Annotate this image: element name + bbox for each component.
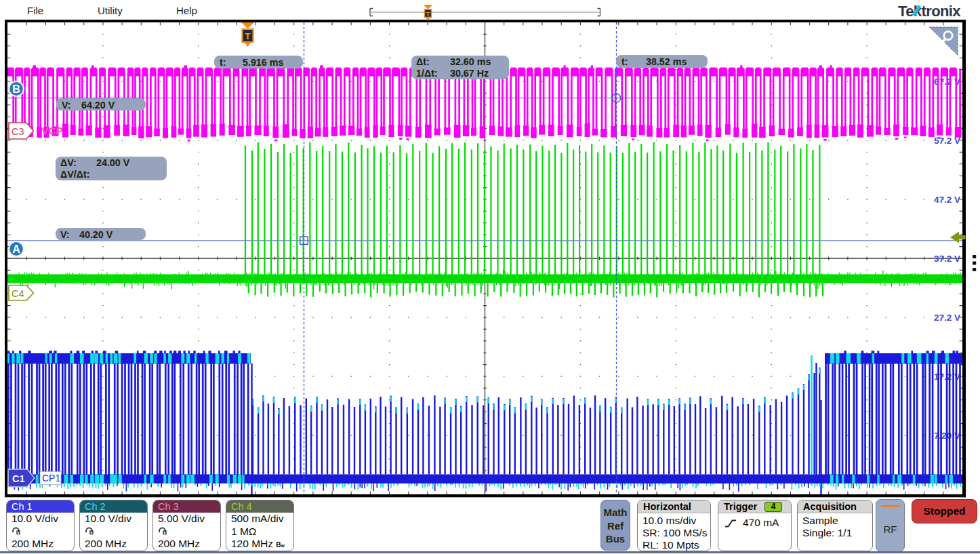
svg-text:32.60 ms: 32.60 ms [450,56,491,67]
svg-text:Δt:: Δt: [416,56,430,67]
svg-text:V:: V: [62,100,71,111]
svg-text:CP1: CP1 [42,473,60,483]
svg-text:ΔV/Δt:: ΔV/Δt: [60,169,90,180]
svg-text:C4: C4 [12,288,24,299]
svg-text:A: A [12,243,20,255]
svg-text:VCP: VCP [41,125,63,136]
svg-text:t:: t: [220,57,226,68]
svg-text:B: B [12,83,20,95]
svg-text:27.2 V: 27.2 V [934,313,960,323]
svg-text:1/Δt:: 1/Δt: [416,68,438,79]
svg-text:24.00 V: 24.00 V [96,157,130,168]
svg-text:V:: V: [60,229,70,240]
svg-text:40.20 V: 40.20 V [79,229,113,240]
svg-text:C1: C1 [12,473,25,484]
svg-text:ΔV:: ΔV: [60,157,77,168]
svg-text:47.2 V: 47.2 V [934,195,960,205]
svg-text:t:: t: [621,56,628,67]
svg-text:T: T [245,31,251,41]
svg-text:64.20 V: 64.20 V [81,100,115,111]
svg-text:37.2 V: 37.2 V [934,254,960,264]
svg-text:5.916 ms: 5.916 ms [243,57,283,68]
svg-text:38.52 ms: 38.52 ms [646,56,687,67]
svg-text:T: T [426,11,430,18]
svg-text:30.67 Hz: 30.67 Hz [450,68,489,79]
svg-text:C3: C3 [12,126,24,137]
